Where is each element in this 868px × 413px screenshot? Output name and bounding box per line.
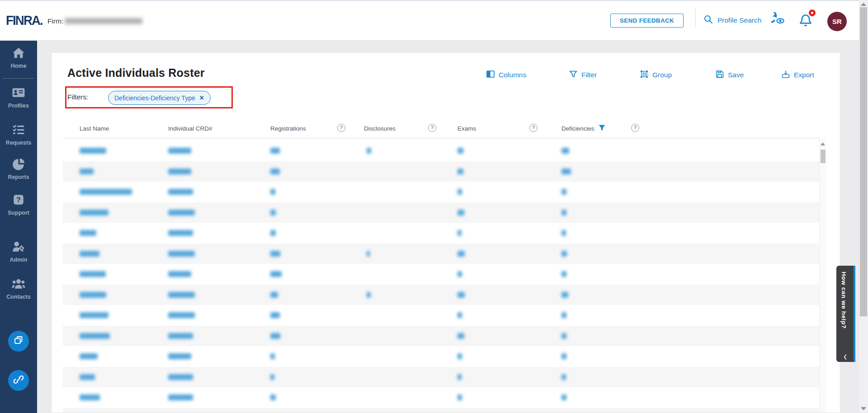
help-icon[interactable]: ? bbox=[337, 124, 345, 132]
redacted-exams-link[interactable] bbox=[458, 374, 462, 380]
redacted-crd-link[interactable] bbox=[168, 353, 191, 359]
redacted-disc-link[interactable] bbox=[367, 292, 371, 298]
chip-close-icon[interactable]: ✕ bbox=[199, 94, 204, 101]
redacted-reg-link[interactable] bbox=[270, 251, 280, 257]
redacted-def-link[interactable] bbox=[561, 292, 568, 298]
redacted-reg-link[interactable] bbox=[270, 169, 280, 174]
redacted-name-link[interactable] bbox=[80, 251, 99, 257]
redacted-reg-link[interactable] bbox=[270, 148, 280, 154]
sidebar-item-admin[interactable]: Admin bbox=[0, 240, 37, 263]
redacted-def-link[interactable] bbox=[561, 251, 567, 257]
group-button[interactable]: Group bbox=[640, 70, 672, 80]
table-scrollbar[interactable] bbox=[819, 139, 826, 413]
active-filter-funnel-icon[interactable] bbox=[599, 125, 605, 133]
redacted-name-link[interactable] bbox=[80, 374, 95, 380]
redacted-def-link[interactable] bbox=[561, 353, 566, 359]
redacted-name-link[interactable] bbox=[80, 169, 94, 174]
redacted-def-link[interactable] bbox=[561, 189, 566, 195]
user-avatar[interactable]: SR bbox=[827, 12, 847, 31]
redacted-crd-link[interactable] bbox=[168, 189, 193, 195]
redacted-crd-link[interactable] bbox=[168, 333, 193, 339]
redacted-disc-link[interactable] bbox=[367, 251, 370, 257]
redacted-crd-link[interactable] bbox=[168, 292, 195, 298]
redacted-def-link[interactable] bbox=[561, 394, 566, 400]
redacted-def-link[interactable] bbox=[561, 333, 566, 339]
redacted-reg-link[interactable] bbox=[270, 210, 276, 216]
send-feedback-button[interactable]: SEND FEEDBACK bbox=[610, 14, 684, 28]
redacted-reg-link[interactable] bbox=[270, 189, 275, 195]
redacted-reg-link[interactable] bbox=[270, 333, 280, 339]
redacted-name-link[interactable] bbox=[80, 210, 108, 216]
redacted-exams-link[interactable] bbox=[458, 271, 462, 277]
save-button[interactable]: Save bbox=[716, 70, 744, 80]
filter-button[interactable]: Filter bbox=[569, 70, 597, 80]
redacted-name-link[interactable] bbox=[80, 312, 108, 318]
redacted-crd-link[interactable] bbox=[168, 271, 191, 277]
redacted-name-link[interactable] bbox=[80, 271, 106, 277]
redacted-name-link[interactable] bbox=[80, 230, 96, 236]
redacted-exams-link[interactable] bbox=[458, 169, 463, 174]
redacted-def-link[interactable] bbox=[561, 312, 566, 318]
redacted-exams-link[interactable] bbox=[458, 353, 462, 359]
redacted-exams-link[interactable] bbox=[458, 292, 465, 298]
help-icon[interactable]: ? bbox=[631, 124, 639, 132]
redacted-exams-link[interactable] bbox=[458, 210, 464, 216]
sidebar-item-home[interactable]: Home bbox=[0, 46, 37, 69]
redacted-name-link[interactable] bbox=[80, 292, 106, 298]
redacted-crd-link[interactable] bbox=[168, 169, 191, 174]
redacted-name-link[interactable] bbox=[80, 333, 110, 339]
scroll-up-arrow[interactable] bbox=[861, 3, 866, 6]
redacted-crd-link[interactable] bbox=[168, 374, 193, 380]
redacted-def-link[interactable] bbox=[561, 210, 566, 216]
scroll-down-arrow[interactable] bbox=[861, 407, 866, 410]
redacted-name-link[interactable] bbox=[80, 394, 100, 400]
sidebar-item-support[interactable]: ? Support bbox=[0, 193, 37, 216]
redacted-reg-link[interactable] bbox=[270, 394, 276, 400]
sidebar-item-contacts[interactable]: Contacts bbox=[0, 277, 37, 300]
redacted-exams-link[interactable] bbox=[458, 230, 462, 236]
filter-chip-deficiency-type[interactable]: Deficiencies-Deficiency Type ✕ bbox=[108, 91, 211, 105]
redacted-name-link[interactable] bbox=[80, 189, 132, 195]
help-icon[interactable]: ? bbox=[428, 124, 436, 132]
redacted-exams-link[interactable] bbox=[458, 333, 464, 339]
redacted-def-link[interactable] bbox=[561, 374, 566, 380]
redacted-crd-link[interactable] bbox=[168, 251, 195, 257]
redacted-reg-link[interactable] bbox=[270, 353, 275, 359]
help-icon[interactable]: ? bbox=[529, 124, 538, 132]
redacted-def-link[interactable] bbox=[561, 148, 569, 154]
browser-scrollbar-thumb[interactable] bbox=[860, 7, 867, 316]
redacted-crd-link[interactable] bbox=[168, 230, 193, 236]
profile-search-button[interactable]: Profile Search bbox=[703, 14, 761, 27]
quick-links-button[interactable] bbox=[8, 370, 29, 391]
sidebar-item-profiles[interactable]: Profiles bbox=[0, 86, 37, 109]
browser-scrollbar[interactable] bbox=[859, 0, 868, 413]
redacted-reg-link[interactable] bbox=[270, 230, 276, 236]
redacted-crd-link[interactable] bbox=[168, 210, 195, 216]
redacted-crd-link[interactable] bbox=[168, 312, 195, 318]
multi-window-button[interactable] bbox=[8, 331, 29, 352]
recently-viewed-history-icon[interactable] bbox=[771, 12, 788, 31]
redacted-crd-link[interactable] bbox=[168, 394, 193, 400]
redacted-exams-link[interactable] bbox=[458, 189, 462, 195]
table-scroll-up-arrow[interactable] bbox=[821, 142, 825, 145]
redacted-crd-link[interactable] bbox=[168, 148, 191, 154]
redacted-disc-link[interactable] bbox=[367, 148, 371, 154]
redacted-reg-link[interactable] bbox=[270, 312, 280, 318]
sidebar-item-reports[interactable]: Reports bbox=[0, 157, 37, 180]
sidebar-item-requests[interactable]: Requests bbox=[0, 123, 37, 146]
redacted-def-link[interactable] bbox=[561, 230, 566, 236]
redacted-def-link[interactable] bbox=[561, 169, 571, 174]
redacted-exams-link[interactable] bbox=[458, 251, 465, 257]
redacted-exams-link[interactable] bbox=[458, 148, 463, 154]
redacted-exams-link[interactable] bbox=[458, 312, 462, 318]
help-widget-tab[interactable]: How can we help? ❮ bbox=[836, 266, 855, 362]
redacted-name-link[interactable] bbox=[80, 148, 106, 154]
redacted-reg-link[interactable] bbox=[270, 374, 274, 380]
redacted-reg-link[interactable] bbox=[270, 271, 282, 277]
redacted-def-link[interactable] bbox=[561, 271, 566, 277]
redacted-reg-link[interactable] bbox=[270, 292, 278, 298]
redacted-name-link[interactable] bbox=[80, 353, 98, 359]
columns-button[interactable]: Columns bbox=[486, 70, 526, 80]
table-scrollbar-thumb[interactable] bbox=[821, 150, 826, 163]
redacted-exams-link[interactable] bbox=[458, 394, 462, 400]
